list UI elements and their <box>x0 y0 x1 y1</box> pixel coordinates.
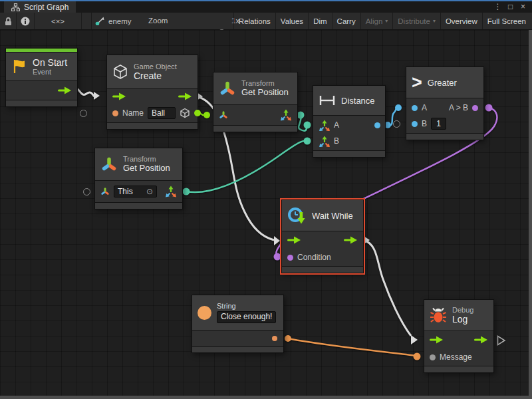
message-in-port[interactable] <box>430 354 436 360</box>
cube-icon <box>180 108 190 118</box>
toolbar-button-values[interactable]: Values <box>275 13 308 29</box>
node-footer <box>213 126 297 132</box>
float-in-port[interactable] <box>412 121 418 127</box>
toolbar-button-fullscreen[interactable]: Full Screen <box>482 13 531 29</box>
b-value-field[interactable]: 1 <box>431 118 446 130</box>
flow-port-row <box>424 331 493 348</box>
node-create[interactable]: Game Object Create Name Ball <box>106 55 198 130</box>
transform-in-port[interactable] <box>219 110 228 120</box>
node-distance[interactable]: Distance A B <box>313 85 386 158</box>
flow-port-row <box>6 81 77 100</box>
tab-script-graph[interactable]: Script Graph <box>4 1 76 13</box>
node-on-start[interactable]: On Start Event <box>5 48 78 107</box>
toolbar-button-carry[interactable]: Carry <box>332 13 360 29</box>
port-label: B <box>334 136 339 146</box>
node-get-position-b[interactable]: Transform Get Position This ⊙ <box>94 148 183 209</box>
node-header: String Close enough! <box>192 295 283 330</box>
lock-button[interactable] <box>0 13 17 29</box>
string-value-field[interactable]: Close enough! <box>217 311 276 323</box>
node-title: Distance <box>341 96 375 106</box>
port-row <box>213 105 297 125</box>
bool-out-port[interactable] <box>472 105 478 111</box>
toolbar-button-align[interactable]: Align▾ <box>360 13 393 29</box>
node-category: Transform <box>241 79 289 88</box>
object-picker-icon[interactable]: ⊙ <box>146 187 153 196</box>
code-view-button[interactable]: <×> <box>35 13 82 29</box>
flow-in-port[interactable] <box>430 336 444 344</box>
node-title: On Start <box>33 57 67 68</box>
node-subtitle: Event <box>33 68 67 76</box>
port-label: A <box>422 103 427 112</box>
vector3-out-port[interactable] <box>280 109 292 121</box>
float-out-port[interactable] <box>374 122 380 128</box>
name-value-field[interactable]: Ball <box>148 107 176 119</box>
tab-title: Script Graph <box>24 3 68 12</box>
cube-icon <box>112 64 128 80</box>
node-category: Transform <box>123 155 170 164</box>
node-title: Wait While <box>312 211 353 221</box>
target-value-field[interactable]: This ⊙ <box>114 186 157 198</box>
string-port[interactable] <box>112 110 118 116</box>
flow-in-port[interactable] <box>112 92 126 100</box>
toolbar-button-distribute[interactable]: Distribute▾ <box>392 13 440 29</box>
unconnected-port-circle[interactable] <box>83 188 90 196</box>
node-greater[interactable]: > Greater A A > B B 1 <box>406 66 484 140</box>
gameobject-out-port[interactable] <box>194 110 201 116</box>
flow-out-port[interactable] <box>58 86 72 94</box>
flow-out-port[interactable] <box>178 92 192 100</box>
node-footer <box>282 267 363 273</box>
graph-toolbar: <×> enemy Zoom 1x Relations Values Dim C… <box>0 13 532 30</box>
vector3-out-port[interactable] <box>165 186 177 198</box>
node-title: String <box>217 302 276 311</box>
port-row <box>192 331 283 346</box>
message-port-row: Message <box>424 348 493 366</box>
window-edge-right[interactable] <box>529 30 532 399</box>
unconnected-flow-triangle[interactable] <box>497 335 506 346</box>
node-debug-log[interactable]: Debug Log Message <box>424 299 494 373</box>
window-edge-bottom[interactable] <box>0 396 532 399</box>
node-header: On Start Event <box>6 53 77 80</box>
node-category: Game Object <box>134 63 177 71</box>
flow-in-port[interactable] <box>287 236 301 244</box>
dropdown-caret-icon: ▾ <box>385 18 388 24</box>
unconnected-port-circle[interactable] <box>80 110 87 117</box>
node-footer <box>107 123 198 129</box>
toolbar-button-overview[interactable]: Overview <box>440 13 482 29</box>
node-get-position-a[interactable]: Transform Get Position <box>213 72 298 132</box>
node-wait-while[interactable]: Wait While Condition <box>281 200 364 273</box>
float-in-port[interactable] <box>412 105 418 111</box>
node-string[interactable]: String Close enough! <box>192 295 284 353</box>
transform-in-port[interactable] <box>100 187 110 196</box>
node-header: Transform Get Position <box>213 72 297 104</box>
node-footer <box>6 100 77 106</box>
string-out-port[interactable] <box>272 336 277 341</box>
lock-icon <box>4 17 13 26</box>
name-port-row: Name Ball <box>107 104 198 122</box>
maximize-button[interactable]: □ <box>504 1 517 13</box>
graph-asset-icon <box>95 17 104 25</box>
node-footer <box>192 347 283 352</box>
vector3-in-port[interactable] <box>319 120 330 131</box>
bool-in-port[interactable] <box>287 255 293 261</box>
toolbar-button-relations[interactable]: Relations <box>233 13 275 29</box>
close-button[interactable]: × <box>517 1 529 13</box>
unconnected-port-circle[interactable] <box>393 120 400 128</box>
condition-port-row: Condition <box>282 249 363 266</box>
inspect-button[interactable] <box>17 13 35 29</box>
toolbar-button-dim[interactable]: Dim <box>308 13 331 29</box>
port-row: This ⊙ <box>95 181 182 202</box>
node-footer <box>313 151 385 157</box>
toolbar-buttons: Relations Values Dim Carry Align▾ Distri… <box>233 13 531 29</box>
node-header: Distance <box>313 86 385 115</box>
window-menu-button[interactable]: ⋮ <box>491 1 504 13</box>
port-row-a: A <box>313 117 385 133</box>
node-header: Transform Get Position <box>95 148 182 180</box>
code-view-icon: <×> <box>51 17 65 25</box>
event-accent-bar <box>6 49 77 52</box>
flow-out-port[interactable] <box>344 236 358 244</box>
graph-breadcrumb[interactable]: enemy <box>95 13 132 29</box>
vector3-in-port[interactable] <box>319 136 330 147</box>
node-header: Game Object Create <box>107 55 198 88</box>
flow-out-port[interactable] <box>474 336 488 344</box>
transform-icon <box>219 80 236 97</box>
